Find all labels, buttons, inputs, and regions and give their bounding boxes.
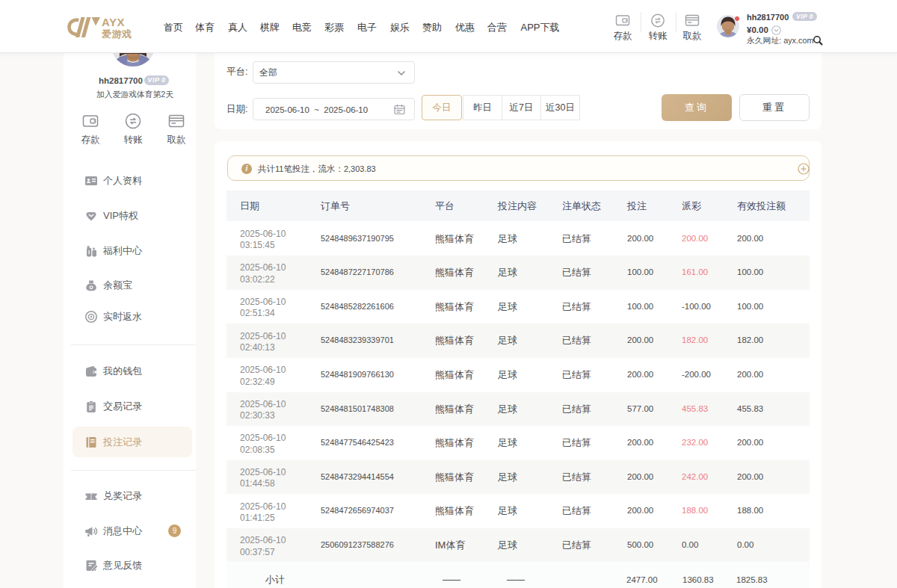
svg-text:AYX: AYX: [102, 16, 125, 28]
svg-text:爱游戏: 爱游戏: [101, 28, 132, 40]
